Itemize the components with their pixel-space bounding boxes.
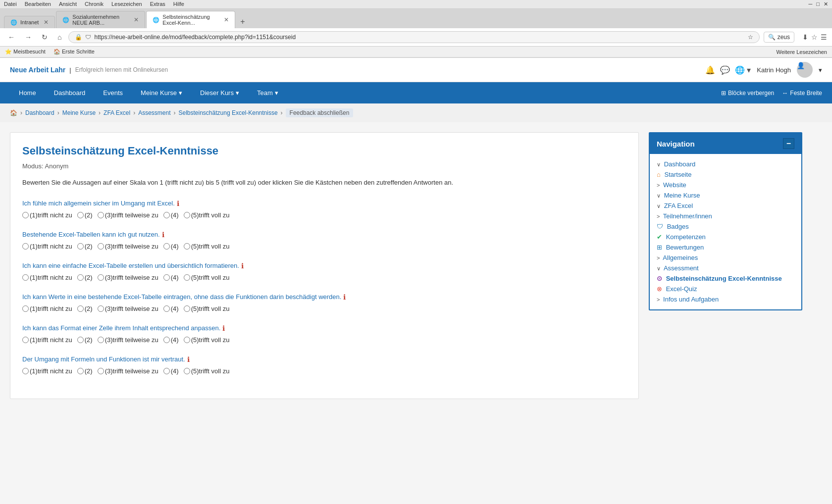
avatar[interactable]: 👤 <box>797 62 813 78</box>
bookmark-erste-schritte[interactable]: 🏠 Erste Schritte <box>53 49 95 55</box>
window-close[interactable]: ✕ <box>824 1 828 7</box>
bookmark-further[interactable]: Weitere Lesezeichen <box>776 49 827 55</box>
q5-opt1[interactable]: (1)trifft nicht zu <box>22 336 72 344</box>
message-icon[interactable]: 💬 <box>720 65 730 75</box>
nav-link-bewertungen[interactable]: Bewertungen <box>666 244 704 251</box>
nav-panel-collapse-btn[interactable]: − <box>783 138 794 149</box>
home-button[interactable]: ⌂ <box>54 32 64 42</box>
q3-opt4[interactable]: (4) <box>163 274 179 281</box>
expand-infos[interactable]: > <box>657 297 660 302</box>
q2-opt1[interactable]: (1)trifft nicht zu <box>22 243 72 250</box>
address-input[interactable]: 🔒 🛡 https://neue-arbeit-online.de/mod/fe… <box>68 31 759 43</box>
q3-opt5[interactable]: (5)trifft voll zu <box>184 274 230 281</box>
nav-link-kompetenzen[interactable]: Kompetenzen <box>666 233 706 241</box>
nav-dashboard[interactable]: Dashboard <box>45 82 95 103</box>
q5-opt5[interactable]: (5)trifft voll zu <box>184 336 230 344</box>
q5-opt2[interactable]: (2) <box>77 336 93 344</box>
expand-dashboard[interactable]: ∨ <box>657 161 661 167</box>
q3-opt3[interactable]: (3)trifft teilweise zu <box>98 274 158 281</box>
forward-button[interactable]: → <box>22 32 35 42</box>
expand-teilnehmer[interactable]: > <box>657 213 660 219</box>
breadcrumb-meine-kurse[interactable]: Meine Kurse <box>62 109 96 116</box>
question-2-info[interactable]: ℹ <box>162 231 164 239</box>
nav-team[interactable]: Team ▾ <box>248 82 287 103</box>
q6-opt2[interactable]: (2) <box>77 367 93 375</box>
expand-allgemeines[interactable]: > <box>657 255 660 261</box>
expand-zfa-excel[interactable]: ∨ <box>657 203 661 209</box>
nav-link-assessment[interactable]: Assessment <box>664 264 699 272</box>
window-maximize[interactable]: □ <box>816 1 820 7</box>
menu-datei[interactable]: Datei <box>4 1 17 7</box>
q2-opt3[interactable]: (3)trifft teilweise zu <box>98 243 158 250</box>
nav-events[interactable]: Events <box>94 82 132 103</box>
q5-opt4[interactable]: (4) <box>163 336 179 344</box>
menu-ansicht[interactable]: Ansicht <box>59 1 77 7</box>
tab-close-selbst[interactable]: ✕ <box>224 16 229 23</box>
expand-meine-kurse[interactable]: ∨ <box>657 193 661 199</box>
nav-link-infos[interactable]: Infos und Aufgaben <box>663 296 719 303</box>
tab-close-sozial[interactable]: ✕ <box>134 16 139 23</box>
downloads-button[interactable]: ⬇ <box>802 33 808 41</box>
q1-opt4[interactable]: (4) <box>163 211 179 219</box>
nav-link-teilnehmer[interactable]: Teilnehmer/innen <box>663 212 712 220</box>
question-1-info[interactable]: ℹ <box>177 200 179 207</box>
language-icon[interactable]: 🌐 ▾ <box>735 65 751 75</box>
feste-breite-btn[interactable]: ↔ Feste Breite <box>782 90 822 97</box>
expand-website[interactable]: > <box>657 182 660 188</box>
nav-link-meine-kurse[interactable]: Meine Kurse <box>664 192 700 199</box>
back-button[interactable]: ← <box>5 32 18 42</box>
breadcrumb-selbst[interactable]: Selbsteinschätzung Excel-Kenntnisse <box>178 109 277 116</box>
q4-opt2[interactable]: (2) <box>77 305 93 312</box>
reload-button[interactable]: ↻ <box>39 32 51 42</box>
nav-link-badges[interactable]: Badges <box>667 223 689 230</box>
menu-bearbeiten[interactable]: Bearbeiten <box>25 1 51 7</box>
q4-opt5[interactable]: (5)trifft voll zu <box>184 305 230 312</box>
bloecke-verbergen-btn[interactable]: ⊞ Blöcke verbergen <box>721 90 774 97</box>
q3-opt1[interactable]: (1)trifft nicht zu <box>22 274 72 281</box>
q1-opt5[interactable]: (5)trifft voll zu <box>184 211 230 219</box>
q1-opt2[interactable]: (2) <box>77 211 93 219</box>
menu-button[interactable]: ☰ <box>821 33 827 41</box>
tab-sozial[interactable]: 🌐 Sozialunternehmen NEUE ARB... ✕ <box>56 11 145 28</box>
q2-opt4[interactable]: (4) <box>163 243 179 250</box>
nav-link-allgemeines[interactable]: Allgemeines <box>663 254 698 261</box>
q4-opt4[interactable]: (4) <box>163 305 179 312</box>
breadcrumb-home-icon[interactable]: 🏠 <box>10 109 17 116</box>
menu-lesezeichen[interactable]: Lesezeichen <box>111 1 142 7</box>
question-4-info[interactable]: ℹ <box>343 293 346 301</box>
bookmark-star[interactable]: ☆ <box>748 34 753 41</box>
q6-opt4[interactable]: (4) <box>163 367 179 375</box>
q6-opt5[interactable]: (5)trifft voll zu <box>184 367 230 375</box>
nav-link-selbst[interactable]: Selbsteinschätzung Excel-Kenntnisse <box>666 275 782 282</box>
q1-opt1[interactable]: (1)trifft nicht zu <box>22 211 72 219</box>
nav-home[interactable]: Home <box>10 82 45 103</box>
q2-opt5[interactable]: (5)trifft voll zu <box>184 243 230 250</box>
menu-chronik[interactable]: Chronik <box>85 1 104 7</box>
menu-extras[interactable]: Extras <box>150 1 165 7</box>
breadcrumb-assessment[interactable]: Assessment <box>138 109 170 116</box>
nav-link-excel-quiz[interactable]: Excel-Quiz <box>666 285 697 293</box>
q3-opt2[interactable]: (2) <box>77 274 93 281</box>
q5-opt3[interactable]: (3)trifft teilweise zu <box>98 336 158 344</box>
bookmark-meistbesucht[interactable]: ⭐ Meistbesucht <box>5 49 46 55</box>
tab-intranet[interactable]: 🌐 Intranet ✕ <box>4 16 55 28</box>
q4-opt1[interactable]: (1)trifft nicht zu <box>22 305 72 312</box>
nav-link-zfa-excel[interactable]: ZFA Excel <box>664 202 693 209</box>
q6-opt3[interactable]: (3)trifft teilweise zu <box>98 367 158 375</box>
user-dropdown-icon[interactable]: ▾ <box>819 66 822 74</box>
breadcrumb-zfa-excel[interactable]: ZFA Excel <box>104 109 130 116</box>
nav-link-website[interactable]: Website <box>663 181 686 189</box>
q4-opt3[interactable]: (3)trifft teilweise zu <box>98 305 158 312</box>
bookmarks-button[interactable]: ☆ <box>811 33 818 41</box>
question-3-info[interactable]: ℹ <box>241 262 244 270</box>
nav-dieser-kurs[interactable]: Dieser Kurs ▾ <box>191 82 248 103</box>
nav-link-dashboard[interactable]: Dashboard <box>664 160 696 168</box>
tab-close-intranet[interactable]: ✕ <box>44 19 49 26</box>
tab-selbst[interactable]: 🌐 Selbsteinschätzung Excel-Kenn... ✕ <box>146 11 235 28</box>
breadcrumb-dashboard[interactable]: Dashboard <box>25 109 54 116</box>
search-box[interactable]: 🔍 zeus <box>764 32 794 43</box>
notification-icon[interactable]: 🔔 <box>705 65 715 75</box>
nav-meine-kurse[interactable]: Meine Kurse ▾ <box>132 82 191 103</box>
new-tab-button[interactable]: + <box>236 15 249 28</box>
logo-text[interactable]: Neue Arbeit Lahr <box>10 66 65 74</box>
